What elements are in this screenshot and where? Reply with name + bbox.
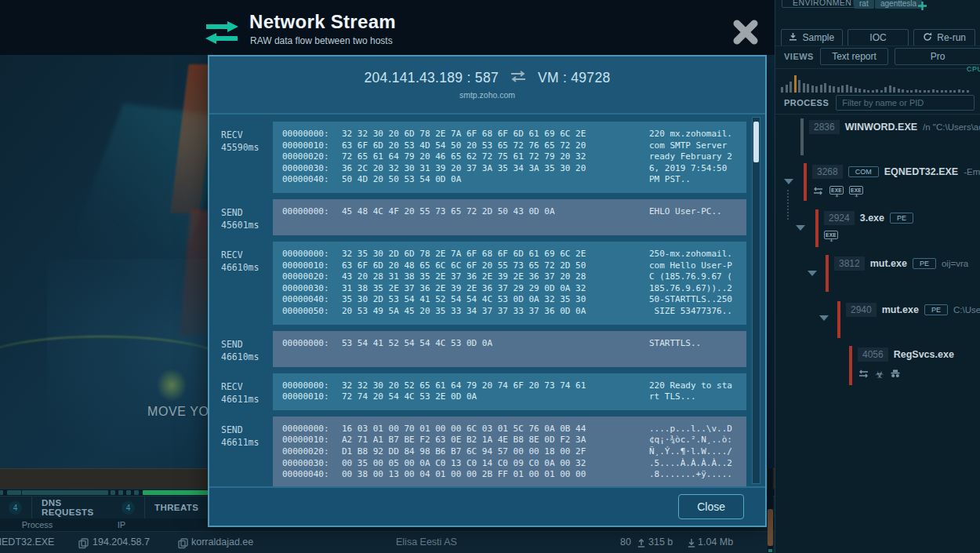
cpu-bar (858, 89, 861, 93)
cpu-bar (941, 90, 943, 93)
network-swap-icon (812, 184, 824, 198)
tag-agenttesla[interactable]: agenttesla (875, 0, 922, 9)
hex-box: 00000000:32 32 30 20 52 65 61 64 79 20 7… (273, 373, 746, 410)
cpu-bar (967, 90, 969, 93)
download-sample-icon (789, 32, 797, 43)
tab-dns-requests[interactable]: DNS REQUESTS 4 (32, 497, 145, 518)
close-icon[interactable] (732, 19, 759, 45)
ioc-button[interactable]: IOC (848, 29, 909, 46)
network-swap-icon (858, 367, 869, 381)
process-pid: 2940 (846, 303, 877, 317)
tree-guide-dots (787, 190, 789, 220)
process-graph-button[interactable]: Pro (895, 48, 980, 65)
connection-ip: 194.204.58.7 (93, 537, 150, 548)
process-args: -Embedding (964, 167, 980, 176)
modal-subtitle: RAW data flow between two hosts (250, 35, 393, 46)
network-stream-header: Network Stream RAW data flow between two… (0, 0, 775, 55)
process-pid: 4056 (858, 347, 888, 362)
stream-direction: SEND (221, 338, 273, 351)
process-row-winword[interactable]: 2836 WINWORD.EXE /n "C:\Users\admin\Ap (800, 118, 980, 155)
collapse-icon[interactable] (784, 179, 793, 184)
process-row-eqnedt32[interactable]: 3268 COM EQNEDT32.EXE -Embedding EXE EXE (804, 163, 980, 201)
hex-box: 00000000:32 35 30 2D 6D 78 2E 7A 6F 68 6… (273, 242, 746, 325)
wallpaper-green-vine (0, 336, 227, 438)
views-label: VIEWS (784, 52, 814, 61)
process-row-3exe[interactable]: 2924 3.exe PE EXE (815, 209, 913, 247)
hex-dump-viewer: RECV 45590ms 00000000:32 32 30 20 6D 78 … (209, 115, 765, 486)
stream-time: 46611ms (221, 436, 273, 449)
network-stream-modal: 204.141.43.189 : 587 VM : 49728 smtp.zoh… (208, 55, 767, 527)
hex-scrollbar[interactable] (752, 117, 760, 484)
biohazard-icon: ☣ (875, 369, 884, 380)
window-scrollbar[interactable] (768, 468, 773, 553)
cpu-bar (829, 85, 831, 93)
remote-endpoint: 204.141.43.189 : 587 (365, 70, 499, 86)
cpu-bar (893, 87, 895, 93)
process-row-regsvcs[interactable]: 4056 RegSvcs.exe ☣ (849, 346, 954, 385)
copy-icon[interactable] (178, 538, 188, 551)
cpu-bar (910, 90, 913, 93)
process-label: PROCESS (784, 98, 829, 107)
hex-box: 00000000:45 48 4C 4F 20 55 73 65 72 2D 5… (273, 199, 746, 235)
cpu-bar (815, 86, 818, 93)
cpu-bar (915, 89, 917, 93)
rerun-label: Re-run (937, 32, 966, 43)
stream-block-send: SEND 45601ms 00000000:45 48 4C 4F 20 55 … (221, 199, 765, 235)
stream-direction: SEND (221, 424, 273, 436)
timeline-segment (118, 490, 123, 495)
close-button[interactable]: Close (678, 494, 744, 519)
process-name: mut.exe (882, 304, 919, 315)
stream-block-recv: RECV 45590ms 00000000:32 32 30 20 6D 78 … (221, 122, 765, 193)
stream-time: 46610ms (221, 351, 273, 363)
cpu-bar (872, 90, 874, 93)
tab-hidden[interactable]: 4 (0, 497, 32, 518)
tab-hidden-badge: 4 (9, 501, 22, 515)
timeline-segment (22, 490, 108, 495)
process-row-mut1[interactable]: 3812 mut.exe PE oij=vra (826, 255, 968, 292)
connection-port: 80 (620, 537, 631, 548)
process-row-mut2[interactable]: 2940 mut.exe PE C:\Users\adm (837, 301, 980, 338)
cpu-bar (794, 75, 797, 93)
cpu-bar (932, 89, 935, 93)
copy-icon[interactable] (78, 538, 89, 551)
collapse-icon[interactable] (808, 271, 817, 276)
cpu-bar (924, 90, 926, 93)
process-name: WINWORD.EXE (845, 122, 917, 133)
pe-badge: PE (913, 258, 936, 269)
stream-block-send: SEND 46611ms 00000000:16 03 01 00 70 01 … (221, 417, 765, 486)
add-tag-icon[interactable] (918, 0, 927, 13)
process-name: EQNEDT32.EXE (884, 166, 958, 177)
divider (775, 68, 980, 69)
hex-box: 00000000:16 03 01 00 70 01 00 00 6C 03 0… (273, 417, 746, 486)
connection-process: NEDT32.EXE (0, 537, 54, 548)
cpu-bar (820, 85, 822, 93)
tab-dns-label: DNS REQUESTS (42, 498, 114, 517)
timeline-segment (143, 490, 209, 495)
sample-button[interactable]: Sample (781, 29, 843, 46)
hex-scrollbar-thumb[interactable] (753, 122, 759, 162)
window-scrollbar-thumb[interactable] (768, 509, 773, 546)
process-args: /n "C:\Users\admin\Ap (923, 122, 980, 132)
stream-block-recv: RECV 46610ms 00000000:32 35 30 2D 6D 78 … (221, 242, 765, 325)
collapse-icon[interactable] (796, 225, 805, 231)
cpu-bar (945, 90, 947, 93)
wallpaper-green-blob (155, 367, 188, 403)
rerun-button[interactable]: Re-run (913, 29, 975, 46)
cpu-bar (811, 85, 814, 93)
cpu-bar (962, 90, 964, 93)
timeline-segment (111, 490, 115, 495)
swap-arrows-icon (510, 70, 527, 86)
pe-badge: PE (924, 304, 948, 315)
process-filter-input[interactable] (836, 95, 975, 111)
text-report-button[interactable]: Text report (820, 48, 888, 65)
process-args: oij=vra (942, 259, 968, 268)
connection-row[interactable]: NEDT32.EXE 194.204.58.7 korraldajad.ee E… (0, 531, 775, 553)
collapse-icon[interactable] (819, 315, 829, 321)
tag-rat[interactable]: rat (854, 0, 874, 9)
tab-threats[interactable]: THREATS (145, 497, 212, 518)
timeline-segment (7, 490, 21, 495)
stream-block-recv: RECV 46611ms 00000000:32 32 30 20 52 65 … (221, 373, 765, 410)
hex-box: 00000000:53 54 41 52 54 54 4C 53 0D 0AST… (273, 331, 746, 367)
resolved-domain: smtp.zoho.com (459, 90, 515, 100)
tab-threats-label: THREATS (154, 503, 198, 512)
